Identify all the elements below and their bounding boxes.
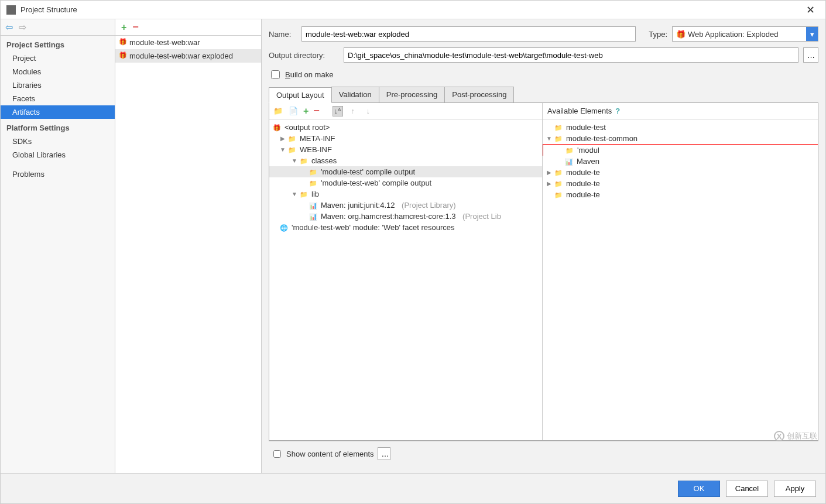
config-tabs: Output Layout Validation Pre-processing … — [269, 87, 818, 103]
show-content-browse[interactable]: … — [378, 447, 390, 460]
tree-node-classes[interactable]: classes — [311, 156, 337, 165]
dialog-footer: OK Cancel Apply — [1, 473, 825, 503]
folder-icon — [554, 190, 564, 199]
avail-module-test[interactable]: module-test — [566, 123, 606, 132]
group-project-settings: Project Settings — [1, 36, 115, 52]
gift-icon — [273, 123, 282, 132]
type-value: Web Application: Exploded — [688, 30, 778, 39]
tab-validation[interactable]: Validation — [331, 87, 379, 102]
note: (Project Lib — [462, 212, 501, 221]
avail-module-te1[interactable]: module-te — [566, 168, 600, 177]
back-icon[interactable]: ⇦ — [5, 22, 13, 33]
output-layout-tree-pane: 📁 📄 + − ↓ᴬ ↑ ↓ <output root> ▶META-INF ▼… — [269, 103, 543, 440]
artifact-config-panel: Name: Type: 🎁 Web Application: Exploded … — [262, 19, 825, 473]
library-icon — [309, 201, 318, 210]
chevron-right-icon[interactable]: ▶ — [280, 135, 286, 142]
name-input[interactable] — [301, 26, 636, 42]
tree-node-mtw-compile[interactable]: 'module-test-web' compile output — [321, 179, 431, 187]
artifact-item-war-exploded[interactable]: module-test-web:war exploded — [115, 49, 261, 63]
build-on-make-checkbox[interactable] — [271, 70, 280, 79]
artifacts-toolbar: + − — [115, 19, 261, 36]
browse-button[interactable]: … — [803, 47, 818, 63]
chevron-down-icon[interactable]: ▼ — [546, 135, 552, 142]
window-title: Project Structure — [20, 5, 77, 14]
apply-button[interactable]: Apply — [774, 481, 816, 497]
tab-output-layout[interactable]: Output Layout — [269, 87, 332, 103]
output-dir-label: Output directory: — [269, 51, 339, 60]
tree-node-lib[interactable]: lib — [311, 190, 319, 198]
help-icon[interactable]: ? — [615, 107, 620, 115]
chevron-right-icon[interactable]: ▶ — [546, 169, 552, 176]
avail-module-test-common[interactable]: module-test-common — [566, 134, 638, 143]
output-tree[interactable]: <output root> ▶META-INF ▼WEB-INF ▼classe… — [269, 119, 542, 440]
tree-node-junit[interactable]: Maven: junit:junit:4.12 — [321, 201, 395, 210]
available-tree[interactable]: module-test ▼module-test-common 'modul M… — [543, 119, 818, 440]
sidebar-item-global-libraries[interactable]: Global Libraries — [1, 148, 115, 162]
app-icon — [6, 5, 16, 15]
move-up-icon[interactable]: ↑ — [348, 106, 358, 116]
output-dir-input[interactable] — [344, 47, 798, 63]
watermark-logo: X创新互联 — [774, 431, 817, 441]
library-icon — [309, 212, 318, 221]
folder-icon — [554, 168, 564, 177]
chevron-down-icon[interactable]: ▼ — [280, 146, 286, 153]
chevron-right-icon[interactable]: ▶ — [546, 180, 552, 187]
move-down-icon[interactable]: ↓ — [363, 106, 373, 116]
tab-post-processing[interactable]: Post-processing — [444, 87, 514, 102]
tree-toolbar: 📁 📄 + − ↓ᴬ ↑ ↓ — [269, 103, 542, 119]
show-content-row: Show content of elements … — [269, 441, 818, 466]
tree-remove-button[interactable]: − — [313, 105, 320, 117]
tree-node-metainf[interactable]: META-INF — [300, 134, 335, 143]
name-label: Name: — [269, 30, 297, 39]
artifacts-list-panel: + − module-test-web:war module-test-web:… — [115, 19, 262, 473]
forward-icon[interactable]: ⇨ — [19, 22, 26, 33]
tree-add-button[interactable]: + — [303, 106, 309, 116]
web-icon — [280, 223, 289, 232]
avail-module-te2[interactable]: module-te — [566, 179, 600, 188]
folder-icon — [554, 179, 564, 188]
folder-icon — [554, 134, 564, 143]
tree-node-webinf[interactable]: WEB-INF — [300, 145, 332, 154]
show-content-checkbox[interactable] — [273, 450, 281, 458]
ok-button[interactable]: OK — [678, 481, 720, 497]
sidebar-item-problems[interactable]: Problems — [1, 167, 115, 181]
artifact-item-war[interactable]: module-test-web:war — [115, 36, 261, 49]
sidebar-item-artifacts[interactable]: Artifacts — [1, 105, 115, 119]
cancel-button[interactable]: Cancel — [726, 481, 768, 497]
avail-mtc-module[interactable]: 'modul — [577, 146, 599, 155]
sidebar-item-facets[interactable]: Facets — [1, 92, 115, 105]
avail-module-te3[interactable]: module-te — [566, 190, 600, 199]
chevron-down-icon[interactable]: ▼ — [292, 157, 297, 164]
folder-icon — [309, 167, 318, 176]
folder-icon — [309, 179, 318, 187]
new-folder-icon[interactable]: 📁 — [273, 106, 283, 116]
new-file-icon[interactable]: 📄 — [288, 106, 299, 116]
type-select[interactable]: 🎁 Web Application: Exploded ▾ — [672, 26, 818, 42]
tree-root: <output root> — [285, 123, 330, 132]
tree-node-hamcrest[interactable]: Maven: org.hamcrest:hamcrest-core:1.3 — [321, 212, 455, 221]
sidebar-item-modules[interactable]: Modules — [1, 65, 115, 78]
library-icon — [565, 157, 574, 166]
remove-artifact-button[interactable]: − — [132, 21, 139, 33]
avail-mtc-maven[interactable]: Maven — [577, 157, 599, 166]
sort-icon[interactable]: ↓ᴬ — [333, 106, 343, 116]
tree-node-web-facet[interactable]: 'module-test-web' module: 'Web' facet re… — [292, 223, 454, 232]
folder-icon — [288, 145, 297, 154]
folder-icon — [288, 134, 297, 143]
titlebar: Project Structure ✕ — [1, 1, 825, 19]
add-artifact-button[interactable]: + — [121, 22, 126, 33]
tab-pre-processing[interactable]: Pre-processing — [379, 87, 445, 102]
tree-node-mt-compile[interactable]: 'module-test' compile output — [321, 167, 415, 176]
sidebar-nav: ⇦ ⇨ — [1, 19, 115, 36]
show-content-label: Show content of elements — [286, 450, 374, 458]
sidebar-item-libraries[interactable]: Libraries — [1, 78, 115, 92]
folder-icon — [300, 190, 309, 198]
group-platform-settings: Platform Settings — [1, 119, 115, 135]
sidebar-item-project[interactable]: Project — [1, 52, 115, 65]
sidebar-item-sdks[interactable]: SDKs — [1, 135, 115, 148]
chevron-down-icon[interactable]: ▼ — [292, 191, 297, 197]
note: (Project Library) — [402, 201, 455, 210]
folder-icon — [300, 156, 309, 165]
available-header: Available Elements — [547, 107, 612, 115]
close-icon[interactable]: ✕ — [801, 4, 820, 16]
